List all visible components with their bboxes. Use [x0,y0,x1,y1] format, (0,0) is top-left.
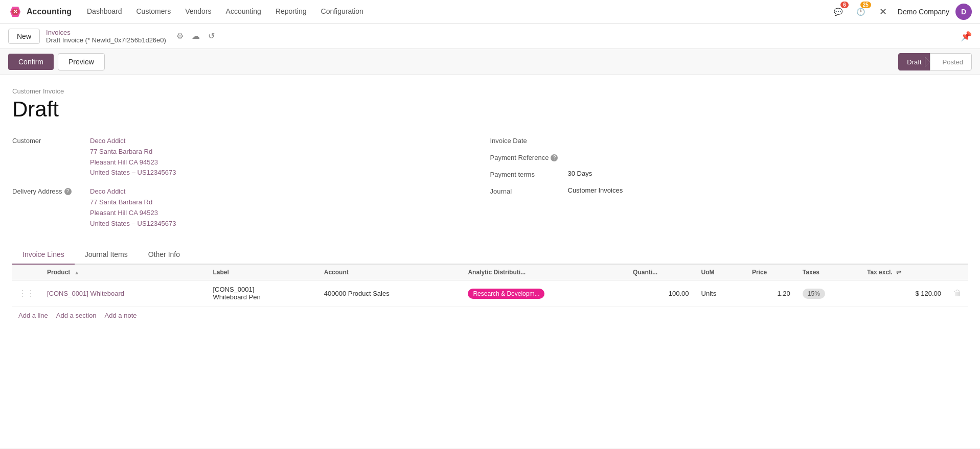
breadcrumb-parent[interactable]: Invoices [46,29,166,36]
app-title: Accounting [27,7,72,16]
col-tax-excl: Tax excl. ⇌ [861,265,947,280]
col-taxes: Taxes [796,265,861,280]
top-nav: ✕ Accounting Dashboard Customers Vendors… [0,0,980,23]
main-content: Customer Invoice Draft Customer Deco Add… [0,75,980,448]
activity-button[interactable]: 🕐 25 [853,4,869,20]
nav-configuration[interactable]: Configuration [314,0,371,23]
delivery-help-icon[interactable]: ? [64,188,72,195]
nav-right: 💬 6 🕐 25 ✕ Demo Company D [830,4,972,20]
delivery-label: Delivery Address ? [12,186,84,195]
analytic-cell: Research & Developm... [462,280,627,306]
nav-accounting[interactable]: Accounting [219,0,268,23]
form-left: Customer Deco Addict 77 Santa Barbara Rd… [12,136,490,229]
messages-button[interactable]: 💬 6 [830,4,847,20]
nav-customers[interactable]: Customers [129,0,178,23]
delivery-field: Delivery Address ? Deco Addict 77 Santa … [12,186,490,229]
customer-label: Customer [12,136,84,145]
nav-dashboard[interactable]: Dashboard [80,0,129,23]
cloud-icon[interactable]: ☁ [190,30,202,42]
col-label: Label [207,265,317,280]
delivery-addr2: Pleasant Hill CA 94523 [90,208,176,219]
breadcrumb-icons: ⚙ ☁ ↺ [174,30,217,42]
preview-button[interactable]: Preview [58,53,105,70]
customer-name[interactable]: Deco Addict [90,136,176,147]
col-uom: UoM [695,265,746,280]
sort-icon: ▲ [74,270,79,275]
drag-handle-cell: ⋮⋮ [12,280,41,306]
add-section-link[interactable]: Add a section [56,312,97,319]
col-product[interactable]: Product ▲ [41,265,207,280]
customer-addr1: 77 Santa Barbara Rd [90,147,176,157]
new-button[interactable]: New [8,29,40,44]
delivery-address: Deco Addict 77 Santa Barbara Rd Pleasant… [90,186,176,229]
analytic-badge[interactable]: Research & Developm... [468,289,544,299]
payment-ref-field: Payment Reference ? [490,153,968,161]
col-account: Account [318,265,462,280]
tax-excl-cell: $ 120.00 [861,280,947,306]
taxes-cell: 15% [796,280,861,306]
pin-icon[interactable]: 📌 [961,31,972,42]
invoice-date-field: Invoice Date [490,136,968,145]
product-link: [CONS_0001] Whiteboard [47,290,124,297]
price-cell[interactable]: 1.20 [746,280,796,306]
delete-cell: 🗑 [947,280,968,306]
account-cell: 400000 Product Sales [318,280,462,306]
invoice-title: Draft [12,97,968,122]
form-right: Invoice Date Payment Reference ? Payment… [490,136,968,229]
payment-terms-field: Payment terms 30 Days [490,170,968,178]
product-cell[interactable]: [CONS_0001] Whiteboard [41,280,207,306]
action-bar: Confirm Preview Draft Posted [0,49,980,75]
col-drag [12,265,41,280]
uom-cell[interactable]: Units [695,280,746,306]
quantity-cell[interactable]: 100.00 [627,280,695,306]
reorder-icon[interactable]: ⇌ [896,269,901,276]
label-line2: Whiteboard Pen [213,293,311,301]
company-name[interactable]: Demo Company [898,8,949,16]
journal-value[interactable]: Customer Invoices [568,186,623,194]
invoice-date-label: Invoice Date [490,136,562,145]
tax-badge[interactable]: 15% [803,289,825,299]
cross-icon: ✕ [879,6,887,17]
status-posted[interactable]: Posted [930,53,972,70]
confirm-button[interactable]: Confirm [8,54,54,70]
app-logo[interactable]: ✕ Accounting [8,5,72,19]
payment-terms-value[interactable]: 30 Days [568,170,592,177]
col-delete [947,265,968,280]
avatar[interactable]: D [955,4,972,20]
col-analytic: Analytic Distributi... [462,265,627,280]
add-line-link[interactable]: Add a line [18,312,48,319]
tab-journal-items[interactable]: Journal Items [75,245,138,265]
tab-other-info[interactable]: Other Info [138,245,190,265]
settings-icon[interactable]: ⚙ [174,30,186,42]
invoice-form: Customer Deco Addict 77 Santa Barbara Rd… [12,136,968,229]
payment-terms-label: Payment terms [490,170,562,178]
payment-ref-help-icon[interactable]: ? [551,154,558,161]
journal-field: Journal Customer Invoices [490,186,968,195]
table-row: ⋮⋮ [CONS_0001] Whiteboard [CONS_0001] Wh… [12,280,968,306]
label-cell: [CONS_0001] Whiteboard Pen [207,280,317,306]
delivery-addr3: United States – US12345673 [90,219,176,229]
delete-row-icon[interactable]: 🗑 [953,289,962,297]
breadcrumb-bar: New Invoices Draft Invoice (* NewId_0x7f… [0,23,980,49]
breadcrumb-current: Draft Invoice (* NewId_0x7f256b1d26e0) [46,36,166,44]
add-note-link[interactable]: Add a note [105,312,137,319]
invoice-header-label: Customer Invoice [12,87,968,95]
col-quantity: Quanti... [627,265,695,280]
chat-icon: 💬 [834,8,842,16]
refresh-icon[interactable]: ↺ [206,30,217,42]
activity-badge: 25 [860,2,871,8]
payment-ref-label: Payment Reference ? [490,153,562,161]
add-line-row: Add a line Add a section Add a note [12,306,968,324]
tab-invoice-lines[interactable]: Invoice Lines [12,245,75,265]
delivery-name[interactable]: Deco Addict [90,186,176,197]
status-steps: Draft Posted [898,53,972,70]
customer-addr2: Pleasant Hill CA 94523 [90,157,176,168]
cross-icon-btn[interactable]: ✕ [875,4,892,20]
nav-vendors[interactable]: Vendors [178,0,218,23]
status-draft[interactable]: Draft [898,53,930,70]
nav-reporting[interactable]: Reporting [268,0,314,23]
breadcrumb: Invoices Draft Invoice (* NewId_0x7f256b… [46,29,166,44]
col-price: Price [746,265,796,280]
customer-addr3: United States – US12345673 [90,168,176,178]
drag-handle-icon[interactable]: ⋮⋮ [18,289,35,298]
